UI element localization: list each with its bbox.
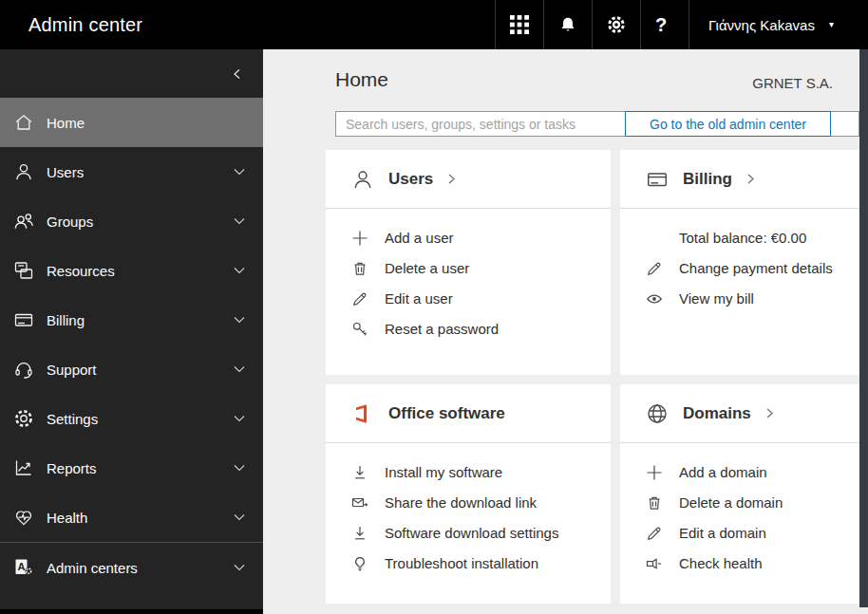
card-action-add-a-domain[interactable]: Add a domain [646,463,859,481]
office-logo-icon [351,402,374,425]
card-action-share-the-download-link[interactable]: Share the download link [351,493,611,512]
card-item-label: Reset a password [385,321,499,337]
card-body: Install my softwareShare the download li… [326,443,611,572]
card-item-label: Change payment details [679,260,833,276]
sidebar-collapse-row [0,49,263,98]
chevron-down-icon [233,511,246,524]
sidebar-item-label: Groups [47,214,233,230]
page-title: Home [335,68,388,91]
sidebar-nav: HomeUsersGroupsResourcesBillingSupportSe… [0,98,263,592]
home-icon [13,112,34,133]
sidebar-item-home[interactable]: Home [0,98,263,147]
sidebar-item-billing[interactable]: Billing [0,295,263,344]
help-icon: ? [655,15,674,34]
scrollbar[interactable] [859,49,868,607]
key-icon [351,321,368,338]
sidebar-item-label: Resources [47,263,233,279]
topbar: Admin center ? Γιάννης Kakavas ▾ [0,0,868,49]
card-title: Users [388,170,433,189]
card-action-troubleshoot-installation[interactable]: Troubleshoot installation [351,554,611,572]
card-action-delete-a-user[interactable]: Delete a user [351,259,611,277]
sidebar-item-health[interactable]: Health [0,493,263,542]
sidebar-item-settings[interactable]: Settings [0,394,263,443]
card-action-delete-a-domain[interactable]: Delete a domain [646,493,859,512]
flashlight-icon [646,555,663,572]
settings-button[interactable] [592,0,640,49]
card-action-reset-a-password[interactable]: Reset a password [351,320,611,338]
card-action-view-my-bill[interactable]: View my bill [646,289,859,307]
help-button[interactable]: ? [640,0,689,49]
card-action-check-health[interactable]: Check health [646,554,859,572]
person-icon [13,161,34,182]
notifications-button[interactable] [543,0,592,49]
card-action-install-my-software[interactable]: Install my software [351,463,611,481]
pencil-icon [351,290,368,307]
sidebar: HomeUsersGroupsResourcesBillingSupportSe… [0,49,263,614]
card-action-software-download-settings[interactable]: Software download settings [351,524,611,542]
app-launcher-button[interactable] [495,0,543,49]
topbar-icon-group: ? [495,0,689,49]
card-item-label: Delete a domain [679,494,783,511]
sidebar-item-label: Settings [47,411,233,427]
caret-down-icon: ▾ [829,20,834,29]
card-billing: BillingTotal balance: €0.00Change paymen… [620,150,859,375]
plus-icon [646,464,663,481]
card-title: Office software [388,404,505,423]
chevron-down-icon [233,313,246,326]
admin-center-app: Admin center ? Γιάννης Kakavas ▾ HomeUse… [0,0,868,614]
sidebar-item-label: Health [47,510,233,526]
eye-icon [646,290,663,307]
sidebar-item-reports[interactable]: Reports [0,443,263,493]
credit-card-icon [646,168,669,191]
card-action-edit-a-user[interactable]: Edit a user [351,289,611,307]
card-header-domains[interactable]: Domains [620,384,859,443]
org-name: GRNET S.A. [752,75,833,91]
no-icon [646,230,663,247]
sidebar-item-label: Support [47,362,233,378]
plus-icon [351,230,368,247]
old-admin-center-button[interactable]: Go to the old admin center [625,111,831,137]
card-action-change-payment-details[interactable]: Change payment details [646,259,859,277]
card-header-office-software: Office software [326,384,611,443]
card-office-software: Office softwareInstall my softwareShare … [326,384,611,604]
card-item-label: Share the download link [385,494,537,511]
card-action-add-a-user[interactable]: Add a user [351,229,611,247]
gear-outline-icon [13,408,34,429]
user-name: Γιάννης Kakavas [708,17,815,33]
card-text-total-balance-0-00: Total balance: €0.00 [646,229,859,247]
sidebar-item-support[interactable]: Support [0,344,263,394]
card-item-label: Check health [679,555,763,571]
credit-card-icon [13,309,34,330]
card-body: Add a userDelete a userEdit a userReset … [326,209,611,338]
collapse-sidebar-button[interactable] [231,67,244,81]
card-item-label: Install my software [385,464,502,480]
card-title: Billing [683,170,732,189]
bulb-icon [351,555,368,572]
app-title: Admin center [0,0,495,49]
sidebar-item-admin-centers[interactable]: AAdmin centers [0,543,263,592]
card-header-users[interactable]: Users [326,150,611,209]
sidebar-item-groups[interactable]: Groups [0,196,263,246]
main-content: Home GRNET S.A. Go to the old admin cent… [263,49,859,614]
chevron-down-icon [233,214,246,228]
sidebar-item-label: Home [47,115,246,131]
health-icon [13,507,34,528]
sidebar-item-users[interactable]: Users [0,147,263,196]
chevron-right-icon [764,407,776,419]
card-item-label: Edit a domain [679,525,766,541]
trash-icon [646,494,663,512]
svg-text:A: A [18,561,26,572]
chevron-down-icon [233,363,246,376]
share-icon [351,494,368,512]
pencil-icon [646,260,663,277]
card-item-label: View my bill [679,290,754,307]
sidebar-item-label: Users [47,164,233,180]
sidebar-item-resources[interactable]: Resources [0,246,263,295]
card-action-edit-a-domain[interactable]: Edit a domain [646,524,859,542]
card-item-label: Troubleshoot installation [385,555,538,571]
chevron-down-icon [233,561,246,574]
search-input[interactable] [336,112,621,136]
card-item-label: Total balance: €0.00 [679,230,806,246]
user-menu[interactable]: Γιάννης Kakavas ▾ [689,0,868,49]
card-header-billing[interactable]: Billing [620,150,859,209]
